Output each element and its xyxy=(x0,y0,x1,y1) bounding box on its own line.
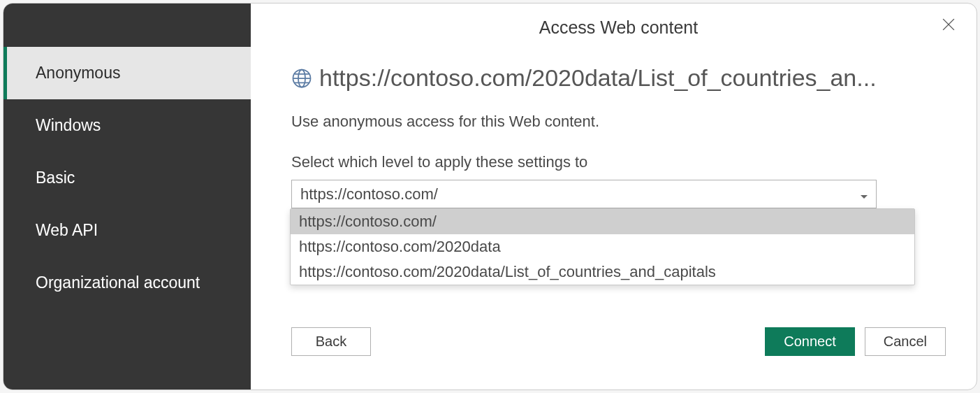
level-option-root[interactable]: https://contoso.com/ xyxy=(291,209,914,234)
level-option-path1[interactable]: https://contoso.com/2020data xyxy=(291,234,914,259)
sidebar-item-basic[interactable]: Basic xyxy=(3,152,251,204)
sidebar-item-label: Organizational account xyxy=(36,273,200,292)
connect-button[interactable]: Connect xyxy=(765,327,855,356)
sidebar-item-label: Basic xyxy=(36,169,75,187)
dropdown-item-label: https://contoso.com/2020data xyxy=(299,238,501,256)
sidebar-item-anonymous[interactable]: Anonymous xyxy=(3,47,251,99)
close-icon xyxy=(942,18,955,34)
sidebar-item-windows[interactable]: Windows xyxy=(3,99,251,152)
sidebar-item-organizational-account[interactable]: Organizational account xyxy=(3,257,251,309)
url-row: https://contoso.com/2020data/List_of_cou… xyxy=(291,64,946,92)
level-select-combobox[interactable]: https://contoso.com/ xyxy=(291,180,877,208)
source-url: https://contoso.com/2020data/List_of_cou… xyxy=(319,64,877,92)
level-option-path2[interactable]: https://contoso.com/2020data/List_of_cou… xyxy=(291,259,914,285)
dropdown-item-label: https://contoso.com/2020data/List_of_cou… xyxy=(299,263,716,281)
auth-method-sidebar: Anonymous Windows Basic Web API Organiza… xyxy=(3,3,251,390)
dialog-buttons: Back Connect Cancel xyxy=(291,327,946,356)
level-select-value: https://contoso.com/ xyxy=(300,185,438,203)
back-button[interactable]: Back xyxy=(291,327,371,356)
sidebar-item-label: Windows xyxy=(36,116,101,135)
auth-description: Use anonymous access for this Web conten… xyxy=(291,113,946,131)
level-select-dropdown: https://contoso.com/ https://contoso.com… xyxy=(290,208,915,285)
sidebar-item-web-api[interactable]: Web API xyxy=(3,204,251,257)
dropdown-item-label: https://contoso.com/ xyxy=(299,213,437,231)
close-button[interactable] xyxy=(936,13,961,38)
chevron-down-icon xyxy=(861,185,868,203)
access-web-content-dialog: Anonymous Windows Basic Web API Organiza… xyxy=(3,3,977,390)
globe-icon xyxy=(291,68,312,89)
cancel-button[interactable]: Cancel xyxy=(865,327,946,356)
sidebar-item-label: Web API xyxy=(36,221,98,240)
level-select: https://contoso.com/ https://contoso.com… xyxy=(291,180,877,208)
main-panel: Access Web content https://contoso.com/2… xyxy=(251,3,977,390)
dialog-title: Access Web content xyxy=(291,17,946,38)
sidebar-item-label: Anonymous xyxy=(36,64,120,83)
level-select-label: Select which level to apply these settin… xyxy=(291,153,946,171)
